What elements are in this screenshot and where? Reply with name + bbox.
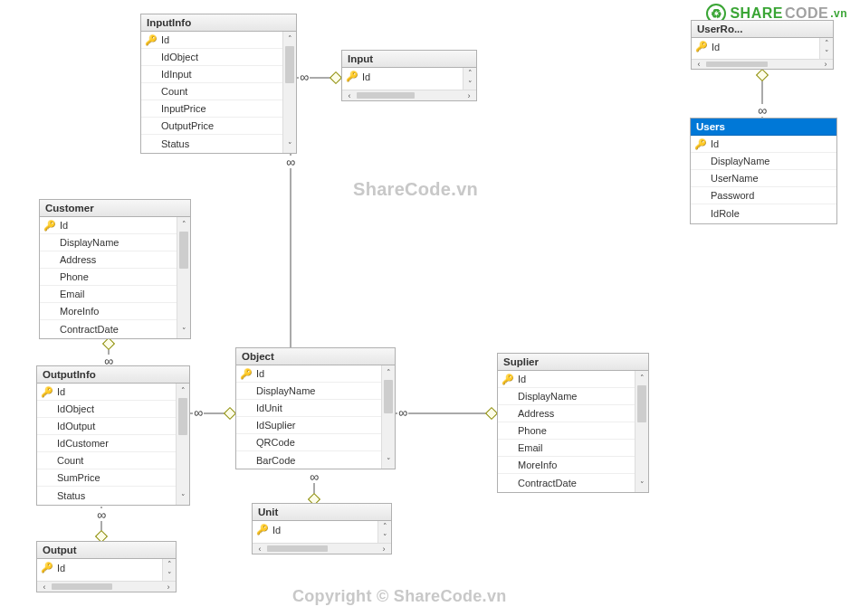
table-row[interactable]: IdObject: [37, 401, 176, 418]
table-row[interactable]: Status: [37, 487, 176, 504]
table-row[interactable]: IdCustomer: [37, 435, 176, 452]
scroll-down-arrow-icon[interactable]: ˅: [163, 570, 176, 581]
table-output[interactable]: Output 🔑Id ˄ ˅ ‹ ›: [36, 541, 177, 592]
vertical-scrollbar[interactable]: ˄ ˅: [635, 371, 648, 492]
scroll-up-arrow-icon[interactable]: ˄: [177, 217, 190, 232]
scroll-down-arrow-icon[interactable]: ˅: [463, 79, 476, 90]
table-title[interactable]: Users: [691, 118, 836, 136]
vertical-scrollbar[interactable]: ˄ ˅: [819, 38, 833, 59]
scroll-down-arrow-icon[interactable]: ˅: [283, 138, 296, 153]
table-row[interactable]: SumPrice: [37, 469, 176, 487]
table-row[interactable]: Status: [141, 135, 282, 152]
horizontal-scrollbar[interactable]: ‹ ›: [253, 543, 391, 554]
table-title[interactable]: Customer: [40, 200, 190, 217]
table-row[interactable]: QRCode: [236, 434, 381, 451]
table-title[interactable]: Input: [342, 51, 476, 68]
table-row[interactable]: Count: [37, 452, 176, 469]
table-row[interactable]: DisplayName: [236, 383, 381, 400]
horizontal-scrollbar[interactable]: ‹ ›: [342, 90, 476, 100]
table-row[interactable]: Email: [40, 286, 177, 303]
table-customer[interactable]: Customer 🔑Id DisplayName Address Phone E…: [39, 199, 191, 339]
table-userrole[interactable]: UserRo... 🔑Id ˄ ˅ ‹ ›: [691, 20, 834, 70]
table-row[interactable]: Phone: [40, 269, 177, 286]
table-row[interactable]: InputPrice: [141, 100, 282, 118]
scroll-up-arrow-icon[interactable]: ˄: [635, 371, 648, 385]
vertical-scrollbar[interactable]: ˄ ˅: [282, 32, 296, 153]
scroll-left-arrow-icon[interactable]: ‹: [37, 582, 52, 592]
scroll-down-arrow-icon[interactable]: ˅: [378, 532, 391, 543]
table-row[interactable]: 🔑Id: [141, 32, 282, 49]
vertical-scrollbar[interactable]: ˄ ˅: [377, 521, 391, 543]
table-row[interactable]: IdObject: [141, 49, 282, 66]
vertical-scrollbar[interactable]: ˄ ˅: [176, 384, 189, 505]
table-row[interactable]: OutputPrice: [141, 118, 282, 135]
table-row[interactable]: MoreInfo: [40, 303, 177, 320]
scroll-down-arrow-icon[interactable]: ˅: [635, 478, 648, 492]
table-title[interactable]: Suplier: [498, 354, 648, 371]
table-row[interactable]: IdSuplier: [236, 417, 381, 434]
scroll-left-arrow-icon[interactable]: ‹: [692, 60, 706, 69]
table-row[interactable]: IdRole: [691, 204, 836, 222]
vertical-scrollbar[interactable]: ˄ ˅: [162, 559, 176, 581]
table-row[interactable]: 🔑Id: [253, 521, 377, 538]
horizontal-scrollbar[interactable]: ‹ ›: [692, 59, 833, 69]
table-unit[interactable]: Unit 🔑Id ˄ ˅ ‹ ›: [252, 503, 392, 554]
table-title[interactable]: UserRo...: [692, 21, 833, 38]
scroll-up-arrow-icon[interactable]: ˄: [163, 559, 176, 570]
scroll-left-arrow-icon[interactable]: ‹: [253, 544, 267, 554]
table-title[interactable]: OutputInfo: [37, 366, 189, 384]
table-title[interactable]: Output: [37, 542, 176, 559]
table-row[interactable]: 🔑Id: [236, 365, 381, 383]
table-row[interactable]: 🔑Id: [342, 68, 463, 85]
scroll-down-arrow-icon[interactable]: ˅: [820, 48, 833, 58]
table-row[interactable]: DisplayName: [498, 388, 635, 405]
table-suplier[interactable]: Suplier 🔑Id DisplayName Address Phone Em…: [497, 353, 649, 493]
table-row[interactable]: Password: [691, 187, 836, 204]
table-row[interactable]: Phone: [498, 422, 635, 440]
scroll-right-arrow-icon[interactable]: ›: [818, 60, 833, 69]
table-input[interactable]: Input 🔑Id ˄ ˅ ‹ ›: [341, 50, 477, 101]
scroll-up-arrow-icon[interactable]: ˄: [378, 521, 391, 532]
table-title[interactable]: Unit: [253, 504, 391, 521]
scroll-down-arrow-icon[interactable]: ˅: [177, 324, 190, 338]
table-row[interactable]: IdInput: [141, 66, 282, 83]
scroll-up-arrow-icon[interactable]: ˄: [820, 38, 833, 48]
table-row[interactable]: UserName: [691, 170, 836, 187]
scroll-down-arrow-icon[interactable]: ˅: [382, 454, 395, 469]
vertical-scrollbar[interactable]: ˄ ˅: [381, 365, 395, 469]
scroll-right-arrow-icon[interactable]: ›: [377, 544, 391, 554]
table-row[interactable]: Email: [498, 440, 635, 457]
table-row[interactable]: Count: [141, 83, 282, 100]
scroll-down-arrow-icon[interactable]: ˅: [177, 490, 189, 505]
table-row[interactable]: 🔑Id: [691, 136, 836, 153]
table-title[interactable]: InputInfo: [141, 14, 296, 32]
table-title[interactable]: Object: [236, 348, 395, 365]
table-outputinfo[interactable]: OutputInfo 🔑Id IdObject IdOutput IdCusto…: [36, 365, 190, 506]
table-row[interactable]: ContractDate: [40, 320, 177, 337]
scroll-right-arrow-icon[interactable]: ›: [462, 90, 476, 100]
scroll-up-arrow-icon[interactable]: ˄: [382, 365, 395, 380]
table-inputinfo[interactable]: InputInfo 🔑Id IdObject IdInput Count Inp…: [140, 14, 297, 154]
scroll-up-arrow-icon[interactable]: ˄: [283, 32, 296, 46]
table-row[interactable]: Address: [498, 405, 635, 422]
table-row[interactable]: DisplayName: [40, 234, 177, 251]
table-row[interactable]: MoreInfo: [498, 457, 635, 474]
table-row[interactable]: DisplayName: [691, 153, 836, 170]
table-row[interactable]: 🔑Id: [498, 371, 635, 388]
table-row[interactable]: 🔑Id: [692, 38, 819, 55]
horizontal-scrollbar[interactable]: ‹ ›: [37, 581, 176, 592]
vertical-scrollbar[interactable]: ˄ ˅: [177, 217, 190, 338]
scroll-up-arrow-icon[interactable]: ˄: [177, 384, 189, 398]
table-row[interactable]: 🔑Id: [40, 217, 177, 234]
table-row[interactable]: IdUnit: [236, 400, 381, 417]
vertical-scrollbar[interactable]: ˄ ˅: [463, 68, 476, 90]
table-row[interactable]: 🔑Id: [37, 559, 162, 576]
scroll-left-arrow-icon[interactable]: ‹: [342, 90, 357, 100]
table-row[interactable]: BarCode: [236, 451, 381, 469]
table-users[interactable]: Users 🔑Id DisplayName UserName Password …: [690, 118, 837, 224]
scroll-right-arrow-icon[interactable]: ›: [161, 582, 176, 592]
table-row[interactable]: 🔑Id: [37, 384, 176, 401]
table-row[interactable]: Address: [40, 251, 177, 269]
table-object[interactable]: Object 🔑Id DisplayName IdUnit IdSuplier …: [235, 347, 396, 469]
scroll-up-arrow-icon[interactable]: ˄: [463, 68, 476, 79]
